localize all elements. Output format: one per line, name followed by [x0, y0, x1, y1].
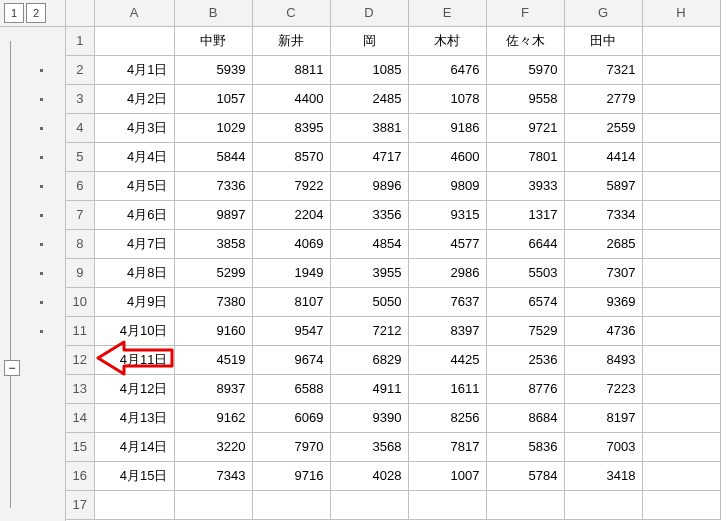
cell[interactable]: 3220 [174, 432, 252, 461]
row-header[interactable]: 10 [66, 287, 94, 316]
row-header[interactable]: 14 [66, 403, 94, 432]
cell[interactable]: 9162 [174, 403, 252, 432]
row-header[interactable]: 7 [66, 200, 94, 229]
col-header-D[interactable]: D [330, 0, 408, 26]
cell[interactable]: 6644 [486, 229, 564, 258]
cell[interactable]: 9674 [252, 345, 330, 374]
row-header[interactable]: 15 [66, 432, 94, 461]
cell[interactable]: 4月15日 [94, 461, 174, 490]
cell[interactable]: 4717 [330, 142, 408, 171]
cell[interactable]: 8937 [174, 374, 252, 403]
cell[interactable]: 8570 [252, 142, 330, 171]
cell[interactable]: 8776 [486, 374, 564, 403]
cell[interactable]: 4月14日 [94, 432, 174, 461]
cell[interactable]: 7307 [564, 258, 642, 287]
cell[interactable]: 3568 [330, 432, 408, 461]
cell[interactable] [642, 84, 720, 113]
cell[interactable]: 8107 [252, 287, 330, 316]
cell[interactable]: 7003 [564, 432, 642, 461]
cell[interactable] [642, 258, 720, 287]
cell[interactable]: 4月13日 [94, 403, 174, 432]
cell[interactable]: 8811 [252, 55, 330, 84]
cell[interactable]: 6829 [330, 345, 408, 374]
cell[interactable]: 8256 [408, 403, 486, 432]
cell[interactable]: 7922 [252, 171, 330, 200]
cell[interactable]: 7817 [408, 432, 486, 461]
row-header[interactable]: 11 [66, 316, 94, 345]
cell[interactable]: 8684 [486, 403, 564, 432]
cell[interactable]: 1317 [486, 200, 564, 229]
col-header-C[interactable]: C [252, 0, 330, 26]
cell[interactable]: 4月10日 [94, 316, 174, 345]
cell[interactable]: 5836 [486, 432, 564, 461]
cell[interactable]: 9809 [408, 171, 486, 200]
outline-level-2-button[interactable]: 2 [26, 3, 46, 23]
cell[interactable]: 8493 [564, 345, 642, 374]
cell[interactable]: 新井 [252, 26, 330, 55]
cell[interactable]: 4069 [252, 229, 330, 258]
cell[interactable]: 4月4日 [94, 142, 174, 171]
col-header-H[interactable]: H [642, 0, 720, 26]
cell[interactable]: 4月8日 [94, 258, 174, 287]
cell[interactable]: 4519 [174, 345, 252, 374]
outline-collapse-button[interactable]: − [4, 360, 20, 376]
cell[interactable]: 4月7日 [94, 229, 174, 258]
cell[interactable]: 1007 [408, 461, 486, 490]
cell[interactable] [642, 432, 720, 461]
cell[interactable]: 9558 [486, 84, 564, 113]
cell[interactable]: 8197 [564, 403, 642, 432]
cell[interactable]: 4028 [330, 461, 408, 490]
cell[interactable]: 4854 [330, 229, 408, 258]
row-header[interactable]: 16 [66, 461, 94, 490]
row-header[interactable]: 2 [66, 55, 94, 84]
cell[interactable]: 9315 [408, 200, 486, 229]
cell[interactable]: 9716 [252, 461, 330, 490]
cell[interactable]: 6069 [252, 403, 330, 432]
row-header[interactable]: 12 [66, 345, 94, 374]
cell[interactable]: 1057 [174, 84, 252, 113]
col-header-A[interactable]: A [94, 0, 174, 26]
cell[interactable] [642, 403, 720, 432]
cell[interactable] [94, 26, 174, 55]
cell[interactable]: 7212 [330, 316, 408, 345]
cell[interactable]: 9896 [330, 171, 408, 200]
cell[interactable]: 5970 [486, 55, 564, 84]
cell[interactable]: 7321 [564, 55, 642, 84]
row-header[interactable]: 6 [66, 171, 94, 200]
cell[interactable] [642, 55, 720, 84]
col-header-E[interactable]: E [408, 0, 486, 26]
col-header-B[interactable]: B [174, 0, 252, 26]
cell[interactable]: 1085 [330, 55, 408, 84]
cell[interactable]: 3881 [330, 113, 408, 142]
cell[interactable]: 4911 [330, 374, 408, 403]
cell[interactable] [642, 490, 720, 519]
cell[interactable]: 9186 [408, 113, 486, 142]
cell[interactable]: 3418 [564, 461, 642, 490]
cell[interactable]: 3955 [330, 258, 408, 287]
cell[interactable]: 9369 [564, 287, 642, 316]
spreadsheet-grid[interactable]: A B C D E F G H 1中野新井岡木村佐々木田中24月1日593988… [66, 0, 727, 521]
cell[interactable]: 7801 [486, 142, 564, 171]
cell[interactable]: 4400 [252, 84, 330, 113]
cell[interactable]: 4414 [564, 142, 642, 171]
cell[interactable]: 2536 [486, 345, 564, 374]
row-header[interactable]: 3 [66, 84, 94, 113]
cell[interactable]: 1949 [252, 258, 330, 287]
cell[interactable]: 5050 [330, 287, 408, 316]
cell[interactable]: 7343 [174, 461, 252, 490]
cell[interactable] [642, 113, 720, 142]
cell[interactable]: 7970 [252, 432, 330, 461]
cell[interactable]: 4月5日 [94, 171, 174, 200]
row-header[interactable]: 4 [66, 113, 94, 142]
cell[interactable] [642, 287, 720, 316]
cell[interactable] [564, 490, 642, 519]
cell[interactable]: 7529 [486, 316, 564, 345]
cell[interactable]: 1611 [408, 374, 486, 403]
cell[interactable]: 4月2日 [94, 84, 174, 113]
cell[interactable]: 4425 [408, 345, 486, 374]
select-all-corner[interactable] [66, 0, 94, 26]
cell[interactable]: 中野 [174, 26, 252, 55]
cell[interactable] [642, 26, 720, 55]
cell[interactable]: 6588 [252, 374, 330, 403]
cell[interactable]: 2779 [564, 84, 642, 113]
